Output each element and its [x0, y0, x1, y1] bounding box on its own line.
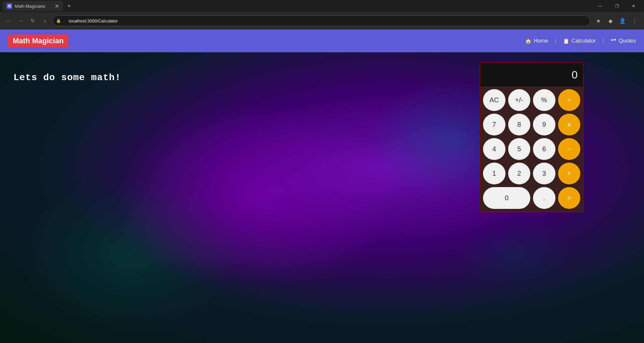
calc-button-AC[interactable]: AC: [483, 89, 505, 111]
nav-links: 🏠 Home | 📋 Calculator | ❝❞ Quotes: [525, 38, 636, 44]
page-heading: Lets do some math!: [13, 72, 121, 83]
calculator-label: Calculator: [572, 38, 596, 44]
calc-button-[interactable]: +/-: [508, 89, 531, 111]
logo-text: Math Magician: [13, 37, 64, 45]
main-content: Lets do some math! 0 AC+/-%÷789x456-123+…: [0, 52, 644, 343]
url-text: localhost:3000/Calculator: [63, 18, 118, 23]
calc-button-[interactable]: -: [558, 138, 581, 160]
calc-button-3[interactable]: 3: [533, 163, 555, 184]
lock-icon: 🔒: [56, 18, 61, 23]
navbar: Math Magician 🏠 Home | 📋 Calculator | ❝❞…: [0, 30, 644, 52]
tab-favicon: M: [7, 3, 12, 9]
calc-button-6[interactable]: 6: [533, 138, 555, 160]
calc-button-1[interactable]: 1: [483, 163, 505, 184]
nav-divider-1: |: [555, 38, 556, 44]
tab-title: Math Magicians: [15, 4, 45, 9]
profile-icon[interactable]: 👤: [617, 15, 628, 26]
calc-button-9[interactable]: 9: [533, 114, 555, 135]
nav-divider-2: |: [602, 38, 604, 44]
calc-button-4[interactable]: 4: [483, 138, 505, 160]
back-button[interactable]: ←: [4, 16, 13, 25]
nav-quotes-link[interactable]: ❝❞ Quotes: [610, 38, 636, 44]
reload-button[interactable]: ↻: [28, 16, 38, 25]
home-label: Home: [534, 38, 548, 44]
calc-button-8[interactable]: 8: [508, 114, 531, 135]
calculator-icon: 📋: [563, 38, 570, 44]
calc-button-7[interactable]: 7: [483, 114, 505, 135]
home-button[interactable]: ⌂: [40, 16, 50, 25]
calculator-display: 0: [480, 63, 583, 87]
calc-button-0[interactable]: 0: [483, 187, 530, 209]
calc-button-2[interactable]: 2: [508, 163, 531, 184]
tab-bar: M Math Magicians ✕ + — ❐ ✕: [0, 0, 644, 12]
calc-button-5[interactable]: 5: [508, 138, 531, 160]
browser-tab[interactable]: M Math Magicians ✕: [3, 1, 63, 11]
calc-button-[interactable]: ÷: [558, 89, 581, 111]
quotes-icon: ❝❞: [610, 38, 616, 44]
more-icon[interactable]: ⋮: [629, 15, 640, 26]
close-button[interactable]: ✕: [626, 0, 641, 12]
nav-calculator-link[interactable]: 📋 Calculator: [563, 38, 596, 44]
calculator-buttons: AC+/-%÷789x456-123+0.=: [480, 87, 583, 212]
url-bar[interactable]: 🔒 localhost:3000/Calculator: [52, 15, 590, 26]
bookmark-star-icon[interactable]: ★: [593, 15, 604, 26]
browser-chrome: M Math Magicians ✕ + — ❐ ✕ ← → ↻ ⌂ 🔒 loc…: [0, 0, 644, 30]
window-controls: — ❐ ✕: [592, 0, 641, 12]
minimize-button[interactable]: —: [592, 0, 608, 12]
forward-button[interactable]: →: [16, 16, 25, 25]
nav-home-link[interactable]: 🏠 Home: [525, 38, 548, 44]
calc-button-[interactable]: +: [558, 163, 581, 184]
calc-button-[interactable]: =: [558, 187, 581, 209]
maximize-button[interactable]: ❐: [609, 0, 625, 12]
display-value: 0: [572, 69, 578, 81]
calc-button-[interactable]: .: [533, 187, 555, 209]
calculator: 0 AC+/-%÷789x456-123+0.=: [480, 62, 584, 212]
toolbar-icons: ★ ◆ 👤 ⋮: [593, 15, 640, 26]
tab-close-button[interactable]: ✕: [55, 3, 59, 9]
extensions-icon[interactable]: ◆: [605, 15, 616, 26]
logo-box[interactable]: Math Magician: [8, 35, 68, 47]
address-bar: ← → ↻ ⌂ 🔒 localhost:3000/Calculator ★ ◆ …: [0, 12, 644, 30]
home-icon: 🏠: [525, 38, 532, 44]
quotes-label: Quotes: [619, 38, 636, 44]
calc-button-[interactable]: %: [533, 89, 555, 111]
calc-button-x[interactable]: x: [558, 114, 581, 135]
new-tab-button[interactable]: +: [64, 1, 74, 11]
